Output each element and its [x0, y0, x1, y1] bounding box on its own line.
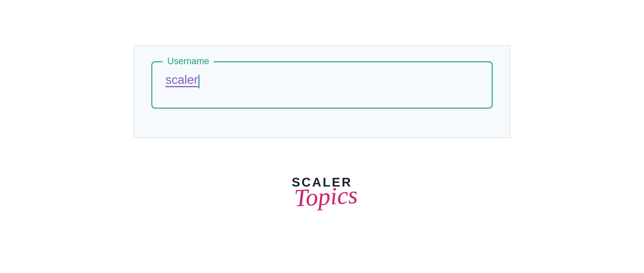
username-field-wrapper: Username scaler — [151, 61, 493, 109]
username-input[interactable]: scaler — [151, 61, 493, 109]
brand-logo: SCALER Topics — [286, 176, 358, 208]
form-panel: Username scaler — [134, 45, 510, 138]
brand-logo-line2: Topics — [294, 184, 358, 209]
username-label: Username — [163, 56, 214, 67]
text-cursor — [198, 75, 200, 88]
username-input-value: scaler — [166, 74, 198, 86]
